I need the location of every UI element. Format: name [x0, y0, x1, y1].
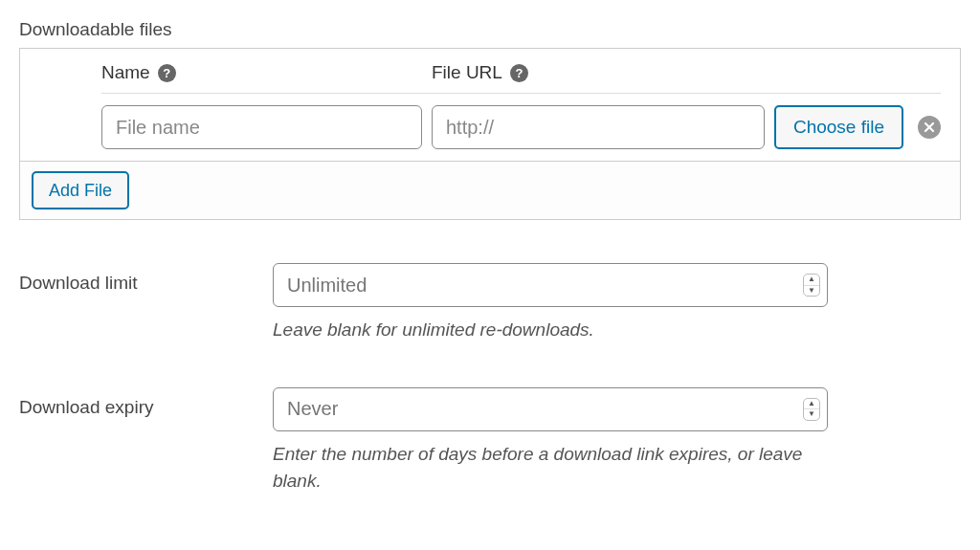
- download-limit-help: Leave blank for unlimited re-downloads.: [273, 317, 828, 344]
- table-row: Choose file: [20, 94, 960, 161]
- section-title: Downloadable files: [19, 19, 961, 40]
- close-icon[interactable]: [918, 116, 941, 139]
- download-expiry-input[interactable]: [273, 387, 828, 431]
- header-name-col: Name ?: [101, 62, 432, 83]
- name-column-label: Name: [101, 62, 150, 83]
- file-url-input[interactable]: [432, 105, 765, 149]
- help-icon[interactable]: ?: [510, 64, 528, 82]
- download-limit-input[interactable]: [273, 263, 828, 307]
- download-limit-row: Download limit ▲ ▼ Leave blank for unlim…: [19, 263, 961, 344]
- table-footer: Add File: [20, 161, 960, 219]
- download-limit-label: Download limit: [19, 263, 273, 344]
- chevron-down-icon[interactable]: ▼: [804, 409, 819, 420]
- chevron-up-icon[interactable]: ▲: [804, 275, 819, 286]
- help-icon[interactable]: ?: [158, 64, 176, 82]
- url-column-label: File URL: [432, 62, 502, 83]
- file-name-input[interactable]: [101, 105, 422, 149]
- quantity-stepper[interactable]: ▲ ▼: [803, 398, 820, 421]
- chevron-down-icon[interactable]: ▼: [804, 286, 819, 297]
- quantity-stepper[interactable]: ▲ ▼: [803, 274, 820, 297]
- add-file-button[interactable]: Add File: [32, 171, 129, 209]
- download-expiry-row: Download expiry ▲ ▼ Enter the number of …: [19, 387, 961, 495]
- downloadable-files-table: Name ? File URL ? Choose file Add File: [19, 48, 961, 220]
- table-header: Name ? File URL ?: [101, 49, 941, 94]
- chevron-up-icon[interactable]: ▲: [804, 399, 819, 410]
- header-url-col: File URL ?: [432, 62, 941, 83]
- download-expiry-help: Enter the number of days before a downlo…: [273, 441, 828, 495]
- download-expiry-label: Download expiry: [19, 387, 273, 495]
- choose-file-button[interactable]: Choose file: [774, 105, 903, 149]
